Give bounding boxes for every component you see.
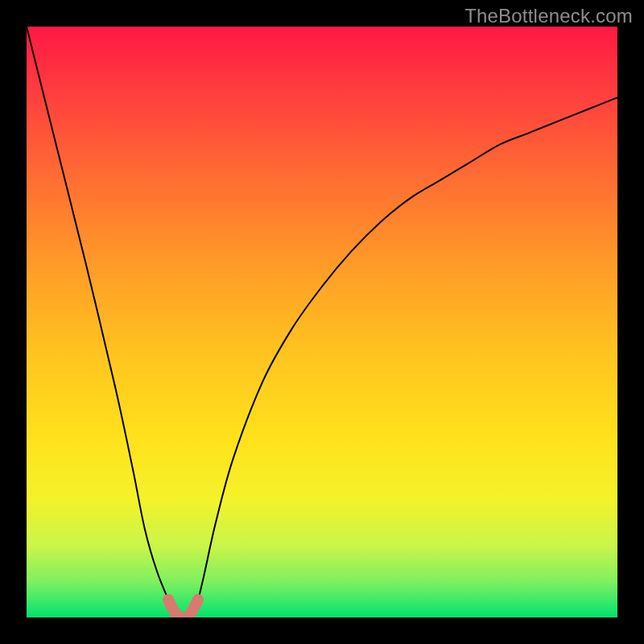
chart-frame: TheBottleneck.com bbox=[0, 0, 644, 644]
gradient-background bbox=[27, 27, 617, 617]
bottleneck-chart bbox=[27, 27, 617, 617]
watermark-text: TheBottleneck.com bbox=[464, 5, 633, 27]
